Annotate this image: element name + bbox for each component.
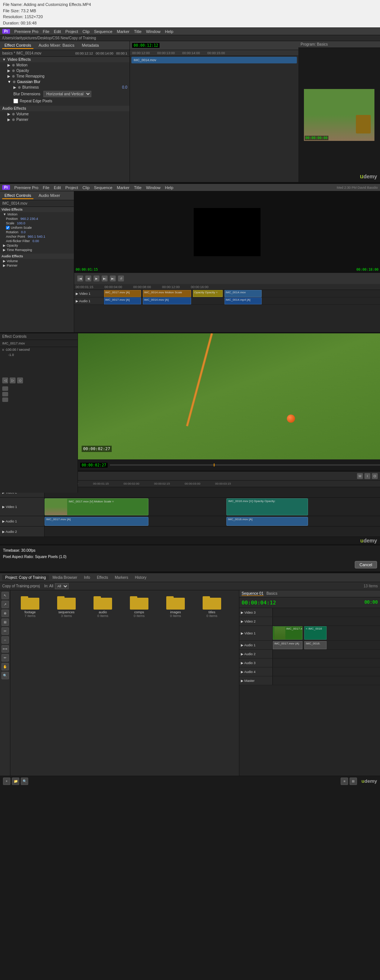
tab-effect-controls[interactable]: Effect Controls: [2, 42, 34, 49]
s6-seq-tab-2[interactable]: Basics: [267, 592, 277, 596]
s4-v1-clip2[interactable]: IMC_0016.mov [V] Opacity Opacity:: [227, 498, 308, 515]
clip-a-imc0017[interactable]: IMC_0017.mov [A]: [104, 298, 141, 304]
tab-metadata[interactable]: Metadata: [80, 42, 101, 49]
tool-track-select[interactable]: ↗: [2, 601, 9, 608]
menu-project[interactable]: Project: [65, 29, 78, 34]
s2-scale[interactable]: Scale 100.0: [0, 221, 74, 226]
tab-history[interactable]: History: [132, 575, 149, 580]
menu2-sequence[interactable]: Sequence: [94, 185, 112, 190]
menu-sequence[interactable]: Sequence: [94, 29, 112, 34]
s3-btn1[interactable]: ◁: [2, 377, 8, 383]
video-scrubber[interactable]: [110, 464, 380, 466]
menu2-help[interactable]: Help: [165, 185, 174, 190]
folder-images[interactable]: images 0 Items: [159, 593, 192, 619]
s6-filter-select[interactable]: All: [55, 583, 69, 589]
btn-go-start[interactable]: |◀: [77, 275, 83, 282]
menu2-file[interactable]: File: [43, 185, 49, 190]
tool-slide[interactable]: ⟺: [2, 645, 9, 652]
tool-ripple[interactable]: ⊕: [2, 609, 9, 617]
effect-gaussian-blur[interactable]: ▼ ⊕ Gaussian Blur: [0, 79, 129, 84]
s3-ctrl-a[interactable]: [2, 387, 8, 391]
menu2-clip[interactable]: Clip: [82, 185, 89, 190]
s2-opacity[interactable]: ▶ Opacity: [0, 243, 74, 248]
s6-seq-a1-clip2[interactable]: IMC_0016.: [304, 641, 327, 649]
menu-title[interactable]: Title: [134, 29, 141, 34]
menu-premiere[interactable]: Premiere Pro: [14, 29, 38, 34]
s6-seq-tab-1[interactable]: Sequence 01: [241, 592, 263, 596]
folder-titles[interactable]: titles 0 Items: [195, 593, 228, 619]
menu2-premiere[interactable]: Premiere Pro: [14, 185, 38, 190]
tool-hand[interactable]: ✋: [2, 663, 9, 670]
s3-btn2[interactable]: ▷: [10, 377, 16, 383]
effect-opacity[interactable]: ▶ ⊕ Opacity: [0, 68, 129, 73]
clip-imc0017[interactable]: IMC_0017.mov [A]: [104, 290, 141, 297]
tab-effects[interactable]: Effects: [94, 575, 111, 580]
s4-btn-markers[interactable]: M: [357, 473, 363, 479]
btn-play[interactable]: ▶: [94, 275, 99, 282]
tool-razor[interactable]: ✂: [2, 627, 9, 635]
btn-loop[interactable]: ↺: [118, 275, 124, 282]
s2-antiflicker[interactable]: Anti-flicker Filter 0.00: [0, 239, 74, 243]
s2-rotation[interactable]: Rotation 0.0: [0, 230, 74, 234]
blurriness-value[interactable]: 0.0: [122, 85, 127, 89]
menu-file[interactable]: File: [43, 29, 49, 34]
s2-time-remap[interactable]: ▶ Time Remapping: [0, 248, 74, 252]
clip-a-imc0014[interactable]: IMC_0014.mov [A]: [143, 298, 191, 304]
clip-a-imc0014b[interactable]: IMC_0014.mp4 [A]: [225, 298, 262, 304]
s2-panner[interactable]: ▶ Panner: [0, 263, 74, 268]
tab-project[interactable]: Project: Copy of Training: [2, 575, 49, 580]
s4-btn-out[interactable]: O: [372, 473, 378, 479]
s2-uniform-checkbox[interactable]: [6, 226, 10, 229]
btn-step-back[interactable]: ◀: [85, 275, 91, 282]
repeat-edge-checkbox[interactable]: [13, 99, 18, 103]
menu-window[interactable]: Window: [146, 29, 160, 34]
s2-anchor[interactable]: Anchor Point 960.1 540.1: [0, 234, 74, 239]
tab-audio-mixer[interactable]: Audio Mixer: Basics: [37, 42, 77, 49]
btn-step-fwd[interactable]: ▶|: [102, 275, 108, 282]
folder-audio[interactable]: audio 0 Items: [86, 593, 120, 619]
effect-volume[interactable]: ▶ ⊕ Volume: [0, 111, 129, 117]
effect-panner[interactable]: ▶ ⊕ Panner: [0, 117, 129, 123]
clip-imc0014[interactable]: IMC_0014.mov: [225, 290, 262, 297]
clip-opacity[interactable]: Opacity Opacity =: [193, 290, 223, 297]
menu2-project[interactable]: Project: [65, 185, 78, 190]
s4-a1-clip2[interactable]: IMC_0016.mov [A]: [227, 517, 308, 526]
s2-volume[interactable]: ▶ Volume: [0, 259, 74, 263]
menu-marker[interactable]: Marker: [117, 29, 129, 34]
folder-sequences[interactable]: sequences 3 Items: [50, 593, 83, 619]
s5-cancel-button[interactable]: Cancel: [355, 561, 377, 568]
menu2-marker[interactable]: Marker: [117, 185, 129, 190]
s3-ctrl-b[interactable]: [2, 392, 8, 396]
btn-search[interactable]: 🔍: [21, 778, 28, 785]
s4-a1-clip1[interactable]: IMC_0017.mov [A]: [45, 517, 148, 526]
s4-v1-clip1[interactable]: IMC_0017.mov [V] Motion Scale =: [45, 498, 148, 515]
effect-blurriness[interactable]: ▶ ⊕ Blurriness 0.0: [0, 84, 129, 90]
tool-arrow[interactable]: ↖: [2, 592, 9, 599]
blur-dimensions-select[interactable]: Horizontal and Vertical Horizontal Verti…: [43, 91, 91, 97]
video-effects-arrow[interactable]: ▼: [2, 57, 6, 62]
tab-info[interactable]: Info: [81, 575, 93, 580]
effect-time-remap[interactable]: ▶ ⊕ Time Remapping: [0, 73, 129, 79]
tab-markers[interactable]: Markers: [112, 575, 131, 580]
s3-btn3[interactable]: ◇: [17, 377, 23, 383]
menu-clip[interactable]: Clip: [82, 29, 89, 34]
tool-rolling[interactable]: ⊞: [2, 619, 9, 626]
s4-btn-in[interactable]: I: [364, 473, 370, 479]
s6-seq-a1-clip1[interactable]: IMC_0017.mov (A): [273, 641, 302, 649]
s6-seq-v1-clip2[interactable]: < IMC_0016: [304, 626, 327, 640]
s6-seq-v1-clip1[interactable]: IMC_0017.mov [V] ale =: [273, 626, 302, 640]
tab-media-browser[interactable]: Media Browser: [50, 575, 80, 580]
btn-go-end[interactable]: ▶|: [110, 275, 116, 282]
s2-tab-effect[interactable]: Effect Controls: [2, 192, 34, 199]
menu2-window[interactable]: Window: [146, 185, 160, 190]
clip-imc0014-motion[interactable]: IMC_0014.mov Motion Scale: [143, 290, 191, 297]
tool-slip[interactable]: ↔: [2, 636, 9, 644]
tool-pen[interactable]: ✏: [2, 654, 9, 662]
menu2-title[interactable]: Title: [134, 185, 141, 190]
menu-help[interactable]: Help: [165, 29, 174, 34]
btn-new-folder[interactable]: 📁: [12, 778, 19, 785]
folder-comps[interactable]: comps 0 Items: [123, 593, 156, 619]
btn-icon-view[interactable]: ⊞: [350, 778, 357, 785]
s2-tab-audio[interactable]: Audio Mixer: [37, 192, 62, 199]
folder-footage[interactable]: footage 7 Items: [13, 593, 47, 619]
